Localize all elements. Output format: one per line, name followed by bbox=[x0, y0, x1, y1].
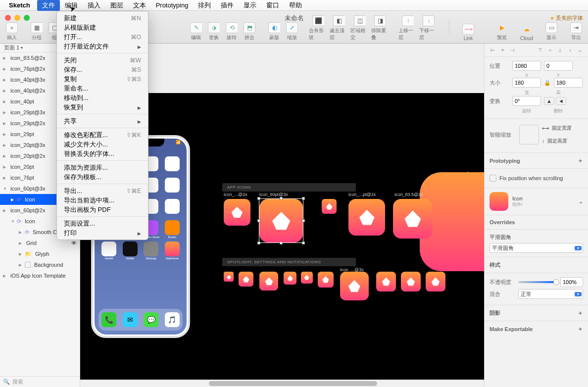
forward-button[interactable]: ↑上移一层 bbox=[398, 15, 417, 41]
file-menu-item[interactable]: 从模版新建 bbox=[57, 23, 148, 32]
app-icon[interactable] bbox=[393, 199, 433, 239]
app-icon[interactable] bbox=[318, 272, 334, 288]
smooth-corners-select[interactable]: 平滑圆角▾ bbox=[490, 243, 583, 253]
fix-height-icon[interactable]: ↕ bbox=[542, 139, 544, 144]
subtract-button[interactable]: ◧减去顶层 bbox=[330, 15, 348, 41]
app-icon[interactable] bbox=[301, 272, 313, 284]
distribute-h-icon[interactable]: ⫞ bbox=[566, 46, 574, 54]
resizing-control-icon[interactable] bbox=[519, 125, 539, 145]
lock-icon[interactable]: 🔒 bbox=[544, 80, 551, 86]
file-menu-item[interactable]: 页面设置... bbox=[57, 219, 148, 228]
link-button[interactable]: ⟿Link bbox=[460, 24, 476, 41]
size-h-input[interactable] bbox=[554, 78, 583, 88]
missing-fonts-warning[interactable]: 丢失的字体 bbox=[550, 14, 583, 22]
blend-mode-select[interactable]: 正常▾ bbox=[518, 289, 583, 299]
view-button[interactable]: ▭显示 bbox=[543, 22, 559, 41]
file-menu-item[interactable]: 打印 bbox=[57, 228, 148, 238]
file-menu-item[interactable]: 打开...⌘O bbox=[57, 32, 148, 42]
horizontal-scrollbar[interactable] bbox=[80, 380, 484, 387]
menu-file[interactable]: 文件 bbox=[37, 0, 60, 11]
file-menu-item[interactable]: 打开最近的文件 bbox=[57, 42, 148, 51]
transform-button[interactable]: ⬗变换 bbox=[206, 22, 222, 41]
file-menu-item[interactable]: 保存为模板... bbox=[57, 172, 148, 182]
app-icon[interactable] bbox=[239, 272, 253, 287]
file-menu-item[interactable]: 移动到... bbox=[57, 93, 148, 102]
app-icon[interactable] bbox=[322, 199, 337, 214]
group-button[interactable]: ▦分组 bbox=[29, 22, 45, 41]
mask-button[interactable]: ◐蒙版 bbox=[266, 22, 282, 41]
add-shadow-icon[interactable]: ＋ bbox=[578, 309, 583, 317]
menu-insert[interactable]: 插入 bbox=[83, 0, 105, 11]
flatten-button[interactable]: ⬒拼合 bbox=[242, 22, 257, 41]
app-icon[interactable] bbox=[224, 199, 250, 226]
visibility-icon[interactable]: 👁 bbox=[71, 240, 77, 246]
file-menu-item[interactable]: 重命名... bbox=[57, 84, 148, 93]
file-menu-item[interactable]: 复制⇧⌘S bbox=[57, 74, 148, 84]
align-center-h-icon[interactable]: ⫩ bbox=[498, 46, 507, 54]
file-menu-item[interactable]: 导出当前选中项... bbox=[57, 195, 148, 205]
pos-y-input[interactable] bbox=[544, 61, 573, 71]
app-icon[interactable] bbox=[426, 272, 445, 291]
file-menu-item[interactable]: 新建⌘N bbox=[57, 13, 148, 23]
flip-h-icon[interactable]: ▲ bbox=[544, 97, 554, 105]
rotate-input[interactable] bbox=[512, 96, 541, 106]
minimize-window-icon[interactable] bbox=[14, 15, 20, 21]
app-name[interactable]: Sketch bbox=[9, 1, 30, 9]
opacity-slider[interactable] bbox=[518, 281, 557, 283]
add-export-icon[interactable]: ＋ bbox=[578, 325, 583, 333]
cloud-button[interactable]: ☁Cloud bbox=[519, 24, 535, 41]
app-icon[interactable] bbox=[340, 272, 369, 300]
fix-scroll-checkbox[interactable] bbox=[490, 175, 496, 182]
menu-edit[interactable]: 编辑 bbox=[60, 0, 83, 11]
layer-row[interactable]: ▶iOS App Icon Template bbox=[0, 270, 80, 281]
menu-view[interactable]: 显示 bbox=[239, 0, 261, 11]
menu-text[interactable]: 文本 bbox=[128, 0, 151, 11]
file-menu-item[interactable]: 添加为资源库... bbox=[57, 163, 148, 172]
file-menu-item[interactable]: 导出...⇧⌘E bbox=[57, 186, 148, 195]
fix-width-icon[interactable]: ⟷ bbox=[542, 126, 549, 131]
file-menu-item[interactable]: 共享 bbox=[57, 116, 148, 126]
edit-button[interactable]: ✎编辑 bbox=[188, 22, 204, 41]
zoom-window-icon[interactable] bbox=[24, 15, 30, 21]
pos-x-input[interactable] bbox=[512, 61, 541, 71]
layer-row[interactable]: ▶📁Glyph bbox=[0, 248, 80, 259]
file-menu-item[interactable]: 恢复到 bbox=[57, 102, 148, 112]
flip-v-icon[interactable]: ◄ bbox=[556, 97, 566, 105]
file-menu-item[interactable]: 减少文件大小... bbox=[57, 140, 148, 149]
menu-prototyping[interactable]: Prototyping bbox=[151, 0, 194, 10]
align-left-icon[interactable]: ⊢ bbox=[489, 46, 497, 54]
file-menu-item[interactable]: 修改色彩配置...⇧⌘K bbox=[57, 130, 148, 140]
app-icon[interactable] bbox=[376, 272, 396, 291]
file-menu-item[interactable]: 导出画板为 PDF bbox=[57, 205, 148, 214]
preview-button[interactable]: ▶预览 bbox=[494, 22, 510, 41]
app-icon[interactable] bbox=[284, 272, 296, 285]
align-top-icon[interactable]: ⊤ bbox=[536, 46, 544, 54]
menu-help[interactable]: 帮助 bbox=[284, 0, 307, 11]
add-prototype-icon[interactable]: ＋ bbox=[578, 157, 583, 164]
backward-button[interactable]: ↓下移一层 bbox=[419, 15, 438, 41]
app-icon[interactable] bbox=[259, 272, 278, 290]
size-w-input[interactable] bbox=[512, 78, 541, 88]
layer-row[interactable]: ▶Background bbox=[0, 259, 80, 270]
union-button[interactable]: ⬛合并形状 bbox=[309, 15, 328, 41]
distribute-v-icon[interactable]: ⫠ bbox=[576, 46, 584, 54]
file-menu-item[interactable]: 保存...⌘S bbox=[57, 65, 148, 74]
menu-plugins[interactable]: 插件 bbox=[216, 0, 239, 11]
menu-window[interactable]: 窗口 bbox=[261, 0, 284, 11]
align-bottom-icon[interactable]: ⊥ bbox=[556, 46, 564, 54]
app-icon[interactable] bbox=[401, 272, 421, 291]
align-right-icon[interactable]: ⊣ bbox=[508, 46, 517, 54]
file-menu-item[interactable]: 替换丢失的字体... bbox=[57, 149, 148, 158]
insert-button[interactable]: ＋插入 bbox=[4, 22, 20, 41]
app-icon-selected[interactable] bbox=[259, 199, 303, 242]
symbol-dropdown-icon[interactable]: ⌄ bbox=[579, 198, 583, 205]
opacity-input[interactable] bbox=[560, 277, 583, 287]
app-icon[interactable] bbox=[348, 199, 385, 236]
close-window-icon[interactable] bbox=[5, 15, 11, 21]
scale-button[interactable]: ⤢缩放 bbox=[284, 22, 300, 41]
menu-layer[interactable]: 图层 bbox=[105, 0, 128, 11]
rotate-button[interactable]: ⟲旋转 bbox=[224, 22, 240, 41]
align-middle-icon[interactable]: ⫟ bbox=[546, 46, 554, 54]
export-button[interactable]: ⇥导出 bbox=[568, 22, 584, 41]
menu-arrange[interactable]: 排列 bbox=[193, 0, 216, 11]
